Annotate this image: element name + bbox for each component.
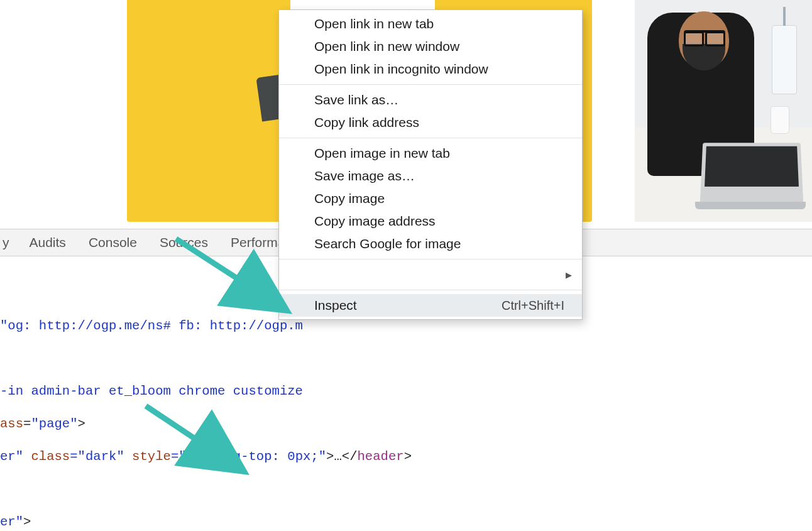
context-menu-item[interactable]: Open link in new tab bbox=[279, 13, 582, 35]
devtools-tab-label: Audits bbox=[30, 235, 66, 250]
devtools-tab[interactable]: y bbox=[0, 229, 18, 256]
code-text: er" bbox=[0, 515, 23, 529]
context-menu-item-label: Open image in new tab bbox=[314, 146, 450, 161]
devtools-tab-label: Sources bbox=[160, 235, 208, 250]
code-text: ="padding-top: 0px;" bbox=[171, 449, 326, 464]
code-text: > bbox=[404, 449, 412, 464]
context-menu-item-label: Save image as… bbox=[314, 168, 415, 183]
context-menu-item-label: Open link in incognito window bbox=[314, 62, 488, 77]
code-text: "og: http://ogp.me/ns# fb: http://ogp.m bbox=[0, 319, 303, 333]
code-text: ="dark" bbox=[70, 449, 124, 464]
devtools-tab-label: y bbox=[3, 235, 9, 250]
devtools-tab[interactable]: Console bbox=[77, 229, 148, 256]
context-menu-separator bbox=[279, 138, 582, 138]
context-menu-item-label: Copy image bbox=[314, 191, 385, 206]
context-menu-item[interactable]: Search Google for image bbox=[279, 233, 582, 255]
context-menu-item[interactable]: InspectCtrl+Shift+I bbox=[279, 294, 582, 317]
context-menu-item[interactable]: Save link as… bbox=[279, 89, 582, 111]
context-menu-item[interactable]: Save image as… bbox=[279, 165, 582, 187]
code-text: style bbox=[124, 449, 171, 464]
context-menu-item[interactable]: Open link in new window bbox=[279, 35, 582, 58]
context-menu-item-label: Search Google for image bbox=[314, 236, 461, 251]
context-menu-item-label: Open link in new tab bbox=[314, 16, 434, 31]
code-text: > bbox=[78, 417, 85, 431]
context-menu-item-label: Inspect bbox=[314, 298, 357, 313]
code-text: -in admin-bar et_bloom chrome customize bbox=[0, 384, 303, 398]
devtools-tab-label: Console bbox=[89, 235, 137, 250]
code-text: ass bbox=[0, 417, 23, 431]
context-menu-item[interactable]: Copy image bbox=[279, 187, 582, 210]
context-menu-item[interactable]: Copy link address bbox=[279, 111, 582, 134]
code-text: >…</ bbox=[326, 449, 357, 464]
context-menu-item-label: Open link in new window bbox=[314, 39, 459, 54]
code-text: er" bbox=[0, 449, 23, 464]
devtools-tab[interactable]: Audits bbox=[18, 229, 77, 256]
code-text: > bbox=[23, 515, 31, 529]
context-menu-separator bbox=[279, 84, 582, 85]
context-menu-item-label: Copy link address bbox=[314, 115, 419, 130]
context-menu-separator bbox=[279, 290, 582, 290]
context-menu-item-label: Copy image address bbox=[314, 214, 436, 229]
code-text: header bbox=[358, 449, 404, 464]
article-card-right[interactable] bbox=[635, 0, 812, 222]
context-menu-submenu-item[interactable] bbox=[279, 263, 582, 286]
code-text: "page" bbox=[31, 417, 77, 431]
context-menu-item[interactable]: Open link in incognito window bbox=[279, 58, 582, 80]
context-menu-item[interactable]: Open image in new tab bbox=[279, 142, 582, 165]
context-menu-item[interactable]: Copy image address bbox=[279, 210, 582, 233]
code-text: class bbox=[23, 449, 70, 464]
devtools-tab[interactable]: Sources bbox=[148, 229, 219, 256]
context-menu-separator bbox=[279, 259, 582, 260]
context-menu-item-shortcut: Ctrl+Shift+I bbox=[502, 298, 564, 313]
context-menu: Open link in new tabOpen link in new win… bbox=[278, 9, 583, 320]
context-menu-item-label: Save link as… bbox=[314, 92, 398, 107]
